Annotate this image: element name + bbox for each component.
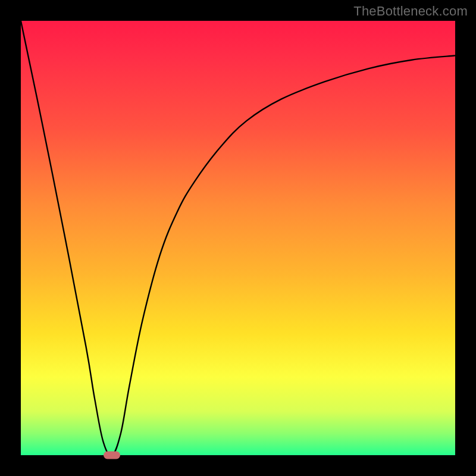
watermark-text: TheBottleneck.com xyxy=(353,4,468,19)
bottleneck-curve xyxy=(21,21,455,455)
chart-frame: TheBottleneck.com xyxy=(0,0,476,476)
plot-area xyxy=(21,21,455,455)
optimal-marker xyxy=(104,452,120,459)
